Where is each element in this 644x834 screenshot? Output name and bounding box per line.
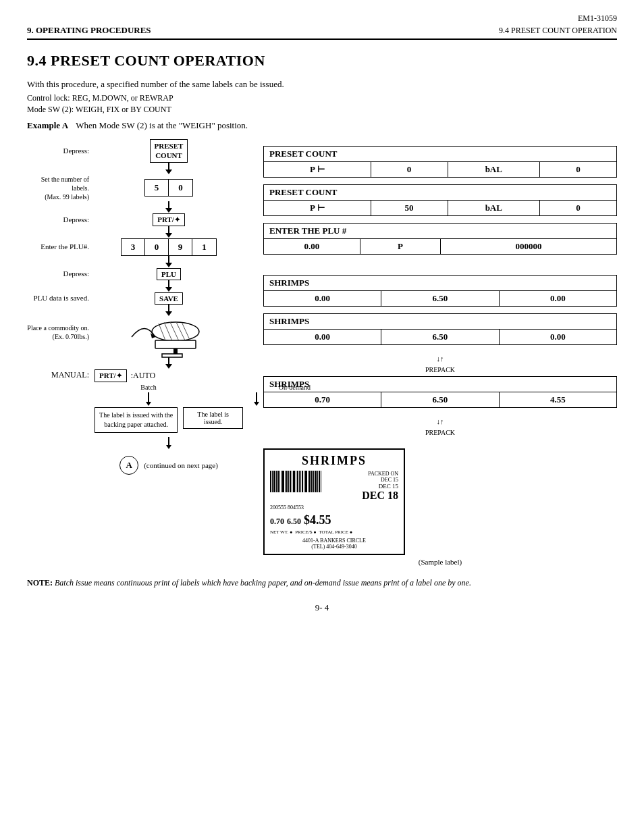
p5c3: 0.00: [500, 330, 616, 344]
note-content: Batch issue means continuous print of la…: [55, 578, 471, 588]
panel1-header: PRESET COUNT: [263, 146, 617, 161]
packed-on-label: PACKED ON: [368, 471, 398, 477]
p4c1: 0.00: [264, 291, 381, 306]
panel1: PRESET COUNT P ⊢ 0 bAL 0: [263, 146, 617, 178]
sample-title: SHRIMPS: [270, 454, 398, 468]
example-a-desc: When Mode SW (2) is at the "WEIGH" posit…: [76, 120, 248, 130]
panel6: SHRIMPS 0.70 6.50 4.55: [263, 376, 617, 408]
body-text: With this procedure, a specified number …: [27, 79, 617, 90]
page-title: 9.4 PRESET COUNT OPERATION: [27, 52, 617, 70]
note-text: NOTE: Batch issue means continuous print…: [27, 577, 617, 589]
step7-label: Place a commodity on.(Ex. 0.70lbs.): [27, 317, 95, 341]
price-label: PRICE/$ ●: [295, 529, 316, 535]
circle-a: A: [119, 456, 138, 475]
step2-label: Set the number of labels.(Max. 99 labels…: [27, 175, 95, 201]
doc-number: EM1-31059: [578, 14, 617, 24]
p1c3: bAL: [448, 162, 540, 177]
panel2: PRESET COUNT P ⊢ 50 bAL 0: [263, 184, 617, 216]
step6-label: PLU data is saved.: [27, 293, 95, 303]
note-bold: NOTE:: [27, 578, 53, 588]
panel6-header: SHRIMPS: [263, 376, 617, 392]
p1c1: P ⊢: [264, 162, 371, 177]
step5-label: Depress:: [27, 269, 95, 278]
p6c3: 4.55: [500, 392, 616, 407]
sample-label-caption: (Sample label): [263, 558, 617, 566]
step3-label: Depress:: [27, 215, 95, 224]
plu-button[interactable]: PLU: [157, 268, 181, 280]
ondemand-desc-box: The label is issued.: [183, 407, 243, 429]
page-number: 9- 4: [27, 602, 617, 613]
total-label: TOTAL PRICE ●: [319, 529, 352, 535]
plu-digit-1: 1: [192, 239, 216, 255]
panel2-row: P ⊢ 50 bAL 0: [263, 200, 617, 216]
barcode-number: 200555 804553: [270, 504, 398, 511]
p3c2: P: [360, 239, 441, 254]
panel4: SHRIMPS 0.00 6.50 0.00: [263, 275, 617, 307]
display-panels-area: PRESET COUNT P ⊢ 0 bAL 0 PRESET COUNT P …: [263, 139, 617, 566]
plu-digit-3: 3: [122, 239, 145, 255]
batch-desc-box: The label is issued with thebacking pape…: [95, 407, 178, 433]
panel5-row: 0.00 6.50 0.00: [263, 329, 617, 345]
section-left: 9. OPERATING PROCEDURES: [27, 25, 151, 36]
panel3-row: 0.00 P 000000: [263, 238, 617, 255]
sample-address: 4401-A BANKERS CIRCLE(TEL) 404-649-3040: [270, 538, 398, 550]
p2c3: bAL: [448, 201, 540, 215]
panel2-header: PRESET COUNT: [263, 184, 617, 200]
p3c1: 0.00: [264, 239, 360, 254]
p4c2: 6.50: [381, 291, 499, 306]
svg-rect-6: [155, 340, 196, 348]
prepack-indicator-2: ↓↑ PREPACK: [263, 416, 617, 438]
num-5: 5: [145, 180, 169, 196]
p4c3: 0.00: [500, 291, 616, 306]
svg-line-1: [159, 323, 165, 340]
step1-label: Depress:: [27, 146, 95, 155]
save-button[interactable]: SAVE: [155, 292, 183, 305]
manual-label: MANUAL:: [27, 370, 95, 381]
total-price-val: $4.55: [304, 513, 331, 527]
prt-button-1[interactable]: PRT/✦: [153, 213, 185, 226]
prt-button-2[interactable]: PRT/✦: [95, 369, 127, 382]
control-lock-text: Control lock: REG, M.DOWN, or REWRAP: [27, 93, 617, 103]
dec18: DEC 18: [362, 490, 398, 502]
num-0: 0: [169, 180, 192, 196]
flowchart-area: Depress: PRESET COUNT Set the number of …: [27, 139, 243, 566]
panel3: ENTER THE PLU # 0.00 P 000000: [263, 223, 617, 255]
p2c1: P ⊢: [264, 201, 371, 215]
example-label: Example A When Mode SW (2) is at the "WE…: [27, 120, 617, 131]
net-label: NET WT. ●: [270, 529, 292, 535]
p5c2: 6.50: [381, 330, 499, 344]
plu-digit-9: 9: [169, 239, 192, 255]
plu-digit-0: 0: [145, 239, 169, 255]
panel5-header: SHRIMPS: [263, 313, 617, 329]
dec15: DEC 15: [379, 483, 398, 490]
circle-note: (continued on next page): [144, 461, 218, 469]
svg-line-2: [164, 322, 172, 341]
p1c4: 0: [540, 162, 616, 177]
panel3-header: ENTER THE PLU #: [263, 223, 617, 238]
prepack-indicator-1: ↓↑ PREPACK: [263, 353, 617, 375]
mode-sw-text: Mode SW (2): WEIGH, FIX or BY COUNT: [27, 105, 617, 115]
step4-label: Enter the PLU#.: [27, 242, 95, 251]
price-per-val: 6.50: [287, 517, 301, 527]
p6c2: 6.50: [381, 392, 499, 407]
selec-by-date: DEC 15: [381, 477, 398, 483]
section-right: 9.4 PRESET COUNT OPERATION: [499, 26, 617, 36]
p2c2: 50: [371, 201, 448, 215]
net-wt-val: 0.70: [270, 517, 284, 527]
batch-label: Batch: [140, 384, 156, 391]
p3c3: 000000: [441, 239, 616, 254]
panel4-header: SHRIMPS: [263, 275, 617, 290]
panel6-row: 0.70 6.50 4.55: [263, 392, 617, 408]
preset-count-button[interactable]: PRESET COUNT: [150, 139, 188, 163]
panel1-row: P ⊢ 0 bAL 0: [263, 161, 617, 178]
panel5: SHRIMPS 0.00 6.50 0.00: [263, 313, 617, 345]
sample-label: SHRIMPS: [263, 448, 405, 555]
p2c4: 0: [540, 201, 616, 215]
svg-rect-8: [162, 354, 182, 357]
auto-label: :AUTO: [131, 371, 155, 381]
ondemand-label: On-demand: [279, 384, 311, 391]
panel4-row: 0.00 6.50 0.00: [263, 290, 617, 307]
p1c2: 0: [371, 162, 448, 177]
example-a-bold: Example A: [27, 120, 68, 130]
p5c1: 0.00: [264, 330, 381, 344]
